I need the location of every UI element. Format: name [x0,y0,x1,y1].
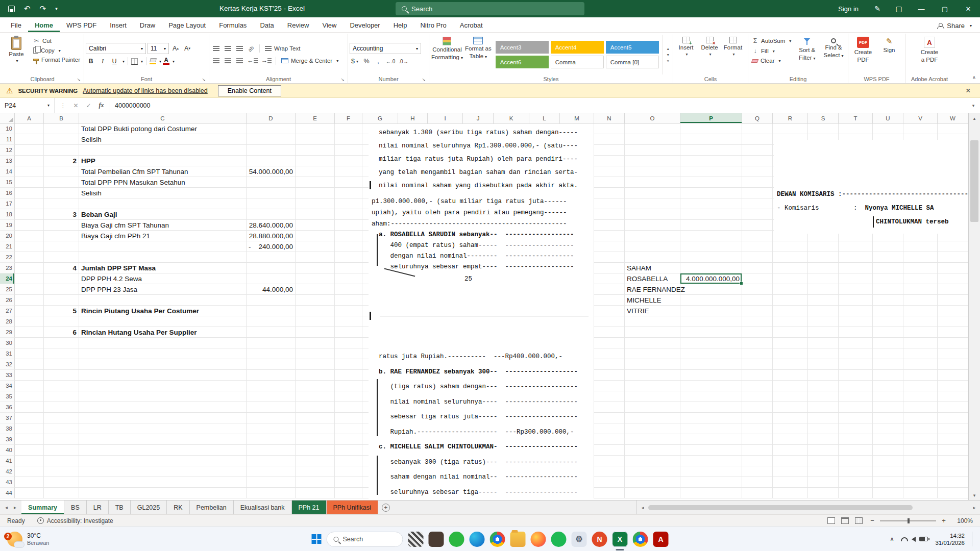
cell-C39[interactable] [79,434,247,445]
cell-S40[interactable] [808,445,839,456]
cell-P38[interactable] [680,423,742,434]
taskbar-app-files-dark-icon[interactable] [429,532,444,547]
cell-E25[interactable] [296,284,335,295]
formula-input[interactable]: 4000000000 [110,98,967,113]
cell-B27[interactable]: 5 [44,306,79,316]
column-header-k[interactable]: K [494,113,529,123]
cell-D27[interactable] [247,306,296,316]
cell-C40[interactable] [79,445,247,456]
cell-D23[interactable] [247,263,296,273]
delete-cells-button[interactable]: × Delete ▾ [698,35,721,74]
row-header-22[interactable]: 22 [0,252,15,263]
taskbar-app-edge-icon[interactable] [470,532,485,547]
cell-B24[interactable] [44,273,79,284]
cell-A16[interactable] [15,188,44,198]
row-header-17[interactable]: 17 [0,198,15,209]
cell-R28[interactable] [773,316,808,327]
cell-O38[interactable] [625,423,680,434]
cell-B40[interactable] [44,445,79,456]
cell-N39[interactable] [594,434,625,445]
accounting-format-button[interactable]: $▾ [350,56,360,66]
column-header-j[interactable]: J [463,113,494,123]
cell-N20[interactable] [594,231,625,241]
cell-D10[interactable] [247,123,296,134]
cell-Q28[interactable] [742,316,773,327]
cell-D30[interactable] [247,338,296,348]
accessibility-status[interactable]: Accessibility: Investigate [32,517,118,524]
row-header-28[interactable]: 28 [0,316,15,327]
cell-B26[interactable] [44,295,79,306]
cell-B44[interactable] [44,488,79,498]
cell-S36[interactable] [808,402,839,413]
cell-D36[interactable] [247,402,296,413]
cell-D29[interactable] [247,327,296,338]
cell-U43[interactable] [873,477,903,488]
cell-T24[interactable] [839,273,873,284]
cell-U10[interactable] [873,123,903,134]
cell-E37[interactable] [296,413,335,423]
cell-P28[interactable] [680,316,742,327]
cell-W33[interactable] [938,370,968,381]
sign-in-button[interactable]: Sign in [830,5,867,13]
cell-A35[interactable] [15,391,44,402]
cell-E20[interactable] [296,231,335,241]
cell-C12[interactable] [79,145,247,156]
cell-C42[interactable] [79,466,247,477]
cell-Q40[interactable] [742,445,773,456]
font-color-button[interactable]: A [163,58,169,65]
cell-D26[interactable] [247,295,296,306]
maximize-button[interactable]: ▢ [933,0,957,17]
cell-P10[interactable] [680,123,742,134]
copy-button[interactable]: Copy▾ [31,46,82,55]
cell-A44[interactable] [15,488,44,498]
cell-Q37[interactable] [742,413,773,423]
cell-B31[interactable] [44,348,79,359]
scroll-left-icon[interactable]: ◂ [638,505,647,510]
bold-button[interactable]: B [86,56,96,66]
cell-P24[interactable]: 4.000.000.000,00 [680,273,742,284]
show-desktop-button[interactable] [972,532,975,546]
cell-D32[interactable] [247,359,296,370]
cell-R39[interactable] [773,434,808,445]
cell-Q25[interactable] [742,284,773,295]
name-box[interactable]: P24▾ [0,98,55,113]
cell-Q32[interactable] [742,359,773,370]
column-header-d[interactable]: D [247,113,296,123]
cell-V43[interactable] [903,477,938,488]
cell-F44[interactable] [335,488,362,498]
sheet-tab-summary[interactable]: Summary [21,500,64,514]
cell-W24[interactable] [938,273,968,284]
cell-P44[interactable] [680,488,742,498]
cell-S27[interactable] [808,306,839,316]
increase-indent-button[interactable]: → [260,56,273,66]
cell-T31[interactable] [839,348,873,359]
cell-U23[interactable] [873,263,903,273]
cell-C24[interactable]: DPP PPH 4.2 Sewa [79,273,247,284]
column-header-t[interactable]: T [839,113,873,123]
cell-Q16[interactable] [742,188,773,198]
cell-V35[interactable] [903,391,938,402]
cell-C23[interactable]: Jumlah DPP SPT Masa [79,263,247,273]
format-painter-button[interactable]: Format Painter [31,56,82,64]
cell-W32[interactable] [938,359,968,370]
cell-F31[interactable] [335,348,362,359]
acrobat-create-pdf-button[interactable]: A Create a PDF [913,35,946,74]
cell-E44[interactable] [296,488,335,498]
cell-D25[interactable]: 44.000,00 [247,284,296,295]
cell-C10[interactable]: Total DPP Bukti potong dari Costumer [79,123,247,134]
cell-V41[interactable] [903,456,938,466]
cell-C14[interactable]: Total Pembelian Cfm SPT Tahunan [79,166,247,177]
cell-U26[interactable] [873,295,903,306]
cell-Q34[interactable] [742,381,773,391]
cell-U39[interactable] [873,434,903,445]
cell-T42[interactable] [839,466,873,477]
taskbar-app-folder-icon[interactable] [510,532,526,547]
horizontal-scroll-thumb[interactable] [648,505,913,510]
cell-F13[interactable] [335,156,362,166]
find-select-button[interactable]: Find & Select▾ [821,35,846,74]
cell-E18[interactable] [296,209,335,220]
cell-Q27[interactable] [742,306,773,316]
column-header-r[interactable]: R [773,113,808,123]
cell-B11[interactable] [44,134,79,145]
column-header-l[interactable]: L [529,113,560,123]
